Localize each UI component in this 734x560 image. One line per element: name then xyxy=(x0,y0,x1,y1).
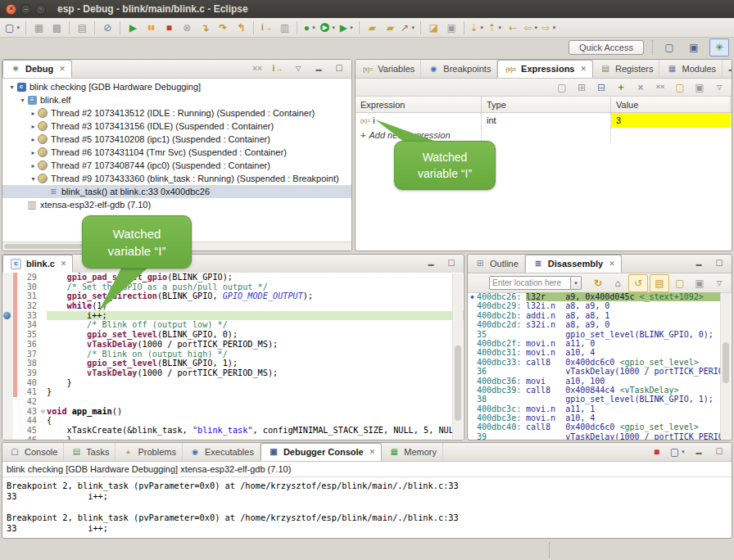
resume-icon[interactable]: ▶ xyxy=(124,20,142,36)
annotation-ruler[interactable] xyxy=(2,320,13,330)
disassembly-line[interactable]: 400dbc2b:addi.n a8, a8, 1 xyxy=(468,311,721,320)
annotation-ruler[interactable] xyxy=(2,291,13,301)
editor-code-area[interactable]: 29 gpio_pad_select_gpio(BLINK_GPIO);30 /… xyxy=(2,273,464,440)
minimize-icon[interactable]: ▬ xyxy=(690,444,708,460)
dropdown-arrow-icon[interactable]: ▼ xyxy=(681,449,686,454)
editor-line[interactable]: 43⊖void app_main() xyxy=(2,407,464,417)
build-icon[interactable]: ▣ xyxy=(442,20,460,36)
editor-line[interactable]: 34 /* Blink off (output low) */ xyxy=(2,320,464,330)
debug-tree-row[interactable]: ▾cblink checking [GDB Hardware Debugging… xyxy=(2,80,351,93)
location-input[interactable]: Enter location here xyxy=(489,276,571,290)
dropdown-arrow-icon[interactable]: ▼ xyxy=(533,25,538,30)
debug-tree-row[interactable]: ≡blink_task() at blink.c:33 0x400dbc26 xyxy=(2,185,351,198)
remove-expression-icon[interactable]: × xyxy=(632,79,650,96)
dropdown-arrow-icon[interactable]: ▼ xyxy=(311,25,316,30)
disassembly-line[interactable]: ◆400dbc26:l32r a9, 0x400d045c <_stext+10… xyxy=(468,292,721,301)
annotate-icon[interactable]: ◪ xyxy=(424,20,442,36)
instruction-stepping-icon[interactable]: i→ xyxy=(257,20,275,36)
annotation-ruler[interactable] xyxy=(2,378,13,388)
step-return-icon[interactable]: ↰ xyxy=(232,20,250,36)
annotation-ruler[interactable] xyxy=(2,273,13,282)
step-over-icon[interactable]: ↷ xyxy=(214,20,232,36)
skip-all-breakpoints-icon[interactable]: ⊘ xyxy=(98,20,116,36)
console-output[interactable]: Breakpoint 2, blink_task (pvParameter=0x… xyxy=(2,477,732,537)
tree-expander-icon[interactable]: ▸ xyxy=(29,136,38,143)
next-annotation-icon[interactable]: ⇣▼ xyxy=(468,20,486,36)
debug-tree-row[interactable]: ▸Thread #5 1073410208 (ipc1) (Suspended … xyxy=(2,133,351,146)
console-tab-memory[interactable]: ▦Memory xyxy=(382,443,443,461)
close-icon[interactable]: ✕ xyxy=(61,260,67,268)
add-expression-icon[interactable]: + xyxy=(612,79,630,96)
open-perspective-button[interactable]: ▢ xyxy=(660,39,678,56)
breakpoint-marker[interactable]: ➤ xyxy=(2,311,13,321)
disassembly-line[interactable]: 400dbc3e:movi.n a10, 4 xyxy=(468,413,721,422)
instruction-stepping-toggle-icon[interactable]: i→ xyxy=(269,61,287,77)
previous-annotation-icon[interactable]: ⇡▼ xyxy=(486,20,504,36)
show-source-toggle-icon[interactable]: ▤ xyxy=(650,274,669,292)
dis-tab-outline[interactable]: ⊞Outline xyxy=(468,255,525,273)
print-icon[interactable]: ▤ xyxy=(73,20,91,36)
back-icon[interactable]: ⇦▼ xyxy=(522,20,540,36)
sync-context-toggle-icon[interactable]: ↺ xyxy=(628,274,648,292)
disassembly-line[interactable]: 400dbc39:call8 0x400844c4 <vTaskDelay> xyxy=(468,386,721,395)
view-menu-icon[interactable]: ▽ xyxy=(710,79,728,96)
disassembly-vertical-scrollbar[interactable] xyxy=(720,293,731,439)
disassembly-line[interactable]: 400dbc2d:s32i.n a8, a9, 0 xyxy=(468,320,721,329)
maximize-icon[interactable]: ☐ xyxy=(330,61,348,77)
expr-tab-registers[interactable]: ▤Registers xyxy=(593,60,659,78)
editor-line[interactable]: 29 gpio_pad_select_gpio(BLINK_GPIO); xyxy=(2,273,464,282)
tree-expander-icon[interactable]: ▾ xyxy=(29,175,38,183)
minimize-icon[interactable]: ▬ xyxy=(422,255,440,272)
annotation-ruler[interactable] xyxy=(2,368,13,378)
view-menu-icon[interactable]: ▽ xyxy=(710,275,728,291)
pin-view-icon[interactable]: ▣ xyxy=(691,275,709,291)
remove-all-terminated-icon[interactable]: ×× xyxy=(248,61,266,77)
expr-tab-breakpoints[interactable]: ◉Breakpoints xyxy=(421,60,497,78)
suspend-icon[interactable]: ▮▮ xyxy=(142,20,160,36)
annotation-ruler[interactable] xyxy=(2,340,13,350)
dropdown-arrow-icon[interactable]: ▼ xyxy=(497,25,502,30)
editor-line[interactable]: 40 } xyxy=(2,378,464,388)
export-icon[interactable]: ▣ xyxy=(691,79,709,96)
tree-expander-icon[interactable]: ▾ xyxy=(18,97,27,104)
disassembly-line[interactable]: 400dbc33:call8 0x400dc6c0 <gpio_set_leve… xyxy=(468,358,721,367)
last-edit-location-icon[interactable]: ⇠ xyxy=(504,20,522,36)
editor-line[interactable]: 35 gpio_set_level(BLINK_GPIO, 0); xyxy=(2,330,464,340)
editor-line[interactable]: 44{ xyxy=(2,416,464,426)
expr-tab-modules[interactable]: ▦Modules xyxy=(659,60,723,78)
editor-line[interactable]: 42 xyxy=(2,397,464,407)
tree-expander-icon[interactable]: ▸ xyxy=(29,123,38,130)
editor-line[interactable]: 36 vTaskDelay(1000 / portTICK_PERIOD_MS)… xyxy=(2,340,464,350)
editor-line[interactable]: 30 /* Set the GPIO as a push/pull output… xyxy=(2,282,464,292)
collapse-all-icon[interactable]: ⊟ xyxy=(592,79,610,96)
step-into-icon[interactable]: ↴ xyxy=(196,20,214,36)
dropdown-arrow-icon[interactable]: ▼ xyxy=(331,25,336,30)
expression-row[interactable]: (x)=iint3 xyxy=(356,113,732,128)
maximize-icon[interactable]: ☐ xyxy=(442,255,460,272)
debug-perspective-button[interactable]: ✳ xyxy=(709,38,729,56)
tree-expander-icon[interactable]: ▸ xyxy=(29,149,38,156)
forward-icon[interactable]: ⇨▼ xyxy=(540,20,558,36)
maximize-icon[interactable]: ☐ xyxy=(710,255,728,272)
show-type-names-icon[interactable]: ▢ xyxy=(553,79,571,96)
annotation-ruler[interactable] xyxy=(2,407,13,417)
debug-icon[interactable]: ●▼ xyxy=(301,20,319,36)
disassembly-listing[interactable]: ◆400dbc26:l32r a9, 0x400d045c <_stext+10… xyxy=(468,292,721,440)
minimize-icon[interactable]: ▬ xyxy=(723,61,732,77)
external-tools-icon[interactable]: ▶▼ xyxy=(338,20,356,36)
save-icon[interactable]: ▦ xyxy=(29,20,48,36)
editor-vertical-scrollbar[interactable] xyxy=(452,273,463,439)
home-icon[interactable]: ⌂ xyxy=(609,275,627,291)
console-tab-tasks[interactable]: ▤Tasks xyxy=(64,443,116,461)
disassembly-source-line[interactable]: 36 vTaskDelay(1000 / portTICK_PERIOD_MS)… xyxy=(468,367,721,376)
console-tab-debugger-console[interactable]: ▣Debugger Console✕ xyxy=(261,443,382,461)
debug-tree-row[interactable]: ▸Thread #7 1073408744 (ipc0) (Suspended … xyxy=(2,159,351,172)
annotation-ruler[interactable] xyxy=(2,301,13,311)
column-header-value[interactable]: Value xyxy=(611,97,731,112)
tree-expander-icon[interactable]: ▾ xyxy=(7,84,16,91)
open-element-icon[interactable]: ▰ xyxy=(363,20,381,36)
column-header-expression[interactable]: Expression xyxy=(356,97,482,112)
close-icon[interactable]: ✕ xyxy=(580,65,587,73)
minimize-icon[interactable]: ▬ xyxy=(310,61,328,77)
disassembly-line[interactable]: 400dbc31:movi.n a10, 4 xyxy=(468,348,721,357)
